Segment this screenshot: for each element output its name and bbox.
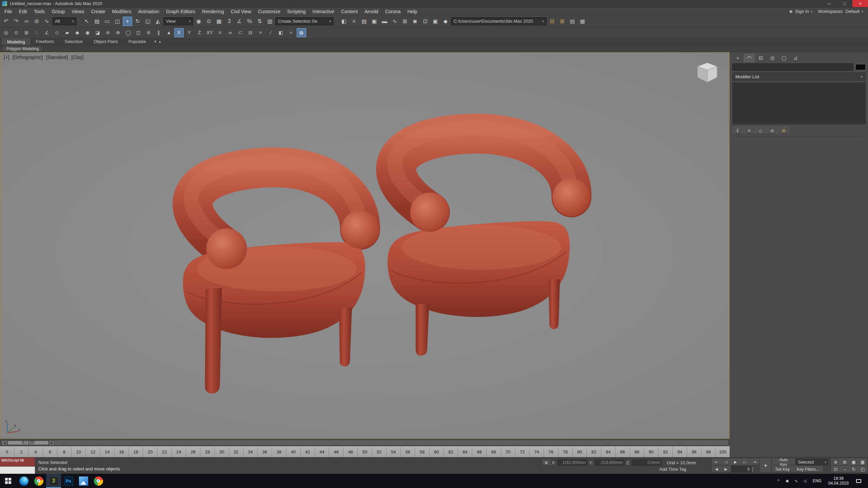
y-axis-constraint-button[interactable]: Y xyxy=(184,28,194,37)
taskbar-chrome-button[interactable] xyxy=(31,474,46,488)
language-indicator[interactable]: ENG xyxy=(810,479,825,483)
vertex-mode-icon[interactable]: ∴ xyxy=(32,28,41,37)
constraint-none-icon[interactable]: ⊘ xyxy=(144,28,153,37)
timeline-tick[interactable]: 16 xyxy=(114,446,129,457)
frame-spinner[interactable]: ▴ ▾ xyxy=(752,467,753,472)
polygon-mode-icon[interactable]: ▰ xyxy=(62,28,72,37)
angle-snap-icon[interactable]: ∠ xyxy=(235,17,244,26)
use-center-icon[interactable]: ◉ xyxy=(194,17,203,26)
taskbar-edge-button[interactable] xyxy=(16,474,31,488)
workspaces-dropdown[interactable]: Workspaces: Default ▾ xyxy=(818,9,863,14)
open-folder-icon[interactable]: ⊞ xyxy=(557,17,567,26)
viewport-pov-menu[interactable]: [Orthographic] xyxy=(13,55,43,60)
redo-icon[interactable]: ↷ xyxy=(12,17,21,26)
timeline-tick[interactable]: 98 xyxy=(701,446,715,457)
maxscript-mini-listener[interactable]: MAXScript Mi xyxy=(0,458,35,474)
modifier-stack[interactable] xyxy=(732,82,866,124)
timeline-tick[interactable]: 60 xyxy=(429,446,443,457)
time-slider-track[interactable]: ◀ 0 / 100 ▶ xyxy=(1,440,729,446)
select-and-link-icon[interactable]: ∞ xyxy=(22,17,31,26)
timeline-tick[interactable]: 64 xyxy=(458,446,472,457)
undo-icon[interactable]: ↶ xyxy=(1,17,11,26)
timeline-tick[interactable]: 38 xyxy=(272,446,286,457)
timeline-tick[interactable]: 90 xyxy=(644,446,658,457)
timeline-tick[interactable]: 82 xyxy=(587,446,601,457)
ring-selection-icon[interactable]: ◫ xyxy=(134,28,143,37)
select-and-move-icon[interactable]: + xyxy=(123,17,132,26)
chairs-render[interactable] xyxy=(0,53,729,439)
maximize-button[interactable]: □ xyxy=(837,0,852,7)
select-and-place-icon[interactable]: ◭ xyxy=(153,17,163,26)
orbit-icon[interactable]: ↻ xyxy=(849,466,858,473)
tab-hierarchy[interactable]: ⊟ xyxy=(755,54,766,62)
pan-icon[interactable]: ↔ xyxy=(841,466,849,473)
tray-security-icon[interactable]: ◙ xyxy=(783,479,791,483)
timeline-tick[interactable]: 62 xyxy=(443,446,458,457)
go-to-end-icon[interactable]: ⇥ xyxy=(750,459,759,465)
ribbon-tab-selection[interactable]: Selection xyxy=(60,38,88,45)
align-icon[interactable]: ≡ xyxy=(349,17,359,26)
y-coordinate-field[interactable]: -313,865mm xyxy=(595,460,625,466)
zoom-region-icon[interactable]: ⊡ xyxy=(831,466,840,473)
pivot-point-icon[interactable]: ◎ xyxy=(1,28,11,37)
timeline-tick[interactable]: 34 xyxy=(243,446,257,457)
ribbon-tab-freeform[interactable]: Freeform xyxy=(31,38,59,45)
set-keys-button[interactable]: + xyxy=(761,459,771,473)
selected-dropdown[interactable]: Selected ▾ xyxy=(796,459,828,465)
select-object-icon[interactable]: ↖ xyxy=(82,17,92,26)
auto-key-button[interactable]: Auto Key xyxy=(772,459,795,465)
create-selection-set-dropdown[interactable]: Create Selection Se ▾ xyxy=(275,17,334,25)
asset-tracking-icon[interactable]: ▤ xyxy=(568,17,577,26)
pin-stack-icon[interactable]: ↧ xyxy=(732,127,743,134)
zoom-icon[interactable]: ⊕ xyxy=(831,459,840,466)
timeline-tick[interactable]: 50 xyxy=(357,446,372,457)
menu-rendering[interactable]: Rendering xyxy=(199,9,227,14)
menu-civil-view[interactable]: Civil View xyxy=(228,9,254,14)
remove-modifier-icon[interactable]: ⊖ xyxy=(767,127,777,134)
configure-modifier-sets-icon[interactable]: ⊞ xyxy=(778,127,789,134)
maxscript-listener-input[interactable] xyxy=(0,466,35,474)
ribbon-tab-populate[interactable]: Populate xyxy=(123,38,151,45)
viewport-standard-menu[interactable]: [Standard] xyxy=(46,55,68,60)
select-and-rotate-icon[interactable]: ↻ xyxy=(133,17,142,26)
set-key-button[interactable]: Set Key xyxy=(772,466,793,472)
minimize-button[interactable]: ─ xyxy=(821,0,837,7)
edge-mode-icon[interactable]: ∠ xyxy=(42,28,52,37)
tab-motion[interactable]: ◎ xyxy=(767,54,778,62)
grow-selection-icon[interactable]: ⊕ xyxy=(113,28,123,37)
menu-group[interactable]: Group xyxy=(48,9,68,14)
ribbon-collapse-icon[interactable]: ▴ xyxy=(159,39,161,44)
zoom-extents-icon[interactable]: ▣ xyxy=(849,459,858,466)
menu-corona[interactable]: Corona xyxy=(382,9,404,14)
timeline-tick[interactable]: 68 xyxy=(486,446,500,457)
tray-network-icon[interactable]: ∿ xyxy=(792,479,800,483)
polygon-modeling-panel-button[interactable]: Polygon Modeling xyxy=(2,46,43,52)
soft-selection-icon[interactable]: ◉ xyxy=(83,28,92,37)
timeline-tick[interactable]: 26 xyxy=(186,446,200,457)
timeline-tick[interactable]: 24 xyxy=(172,446,186,457)
timeline-tick[interactable]: 42 xyxy=(300,446,315,457)
attach-icon[interactable]: ∞ xyxy=(225,28,235,37)
timeline-tick[interactable]: 56 xyxy=(400,446,415,457)
maximize-viewport-icon[interactable]: ◰ xyxy=(859,466,867,473)
play-icon[interactable]: ▶ xyxy=(731,459,740,465)
tray-expand-icon[interactable]: ^ xyxy=(774,479,783,483)
current-frame-field[interactable]: 0 xyxy=(731,466,751,472)
menu-views[interactable]: Views xyxy=(68,9,87,14)
select-by-name-icon[interactable]: ▤ xyxy=(92,17,102,26)
timeline-tick[interactable]: 70 xyxy=(501,446,515,457)
timeline-tick[interactable]: 44 xyxy=(315,446,329,457)
element-mode-icon[interactable]: ◆ xyxy=(73,28,82,37)
ribbon-menu-icon[interactable]: ▾ xyxy=(154,39,156,44)
selection-region-icon[interactable]: ▭ xyxy=(102,17,112,26)
timeline-tick[interactable]: 6 xyxy=(43,446,57,457)
time-slider-handle[interactable]: 0 / 100 xyxy=(7,441,49,445)
viewport-general-menu[interactable]: [+] xyxy=(4,55,9,60)
menu-help[interactable]: Help xyxy=(405,9,420,14)
timeline-tick[interactable]: 8 xyxy=(57,446,71,457)
zoom-extents-all-icon[interactable]: ▦ xyxy=(859,459,867,466)
rendered-frame-icon[interactable]: ▣ xyxy=(431,17,440,26)
timeline-ruler[interactable]: 0246810121416182022242628303234363840424… xyxy=(0,446,730,457)
timeline-tick[interactable]: 84 xyxy=(601,446,615,457)
quick-slice-icon[interactable]: ∕ xyxy=(266,28,276,37)
